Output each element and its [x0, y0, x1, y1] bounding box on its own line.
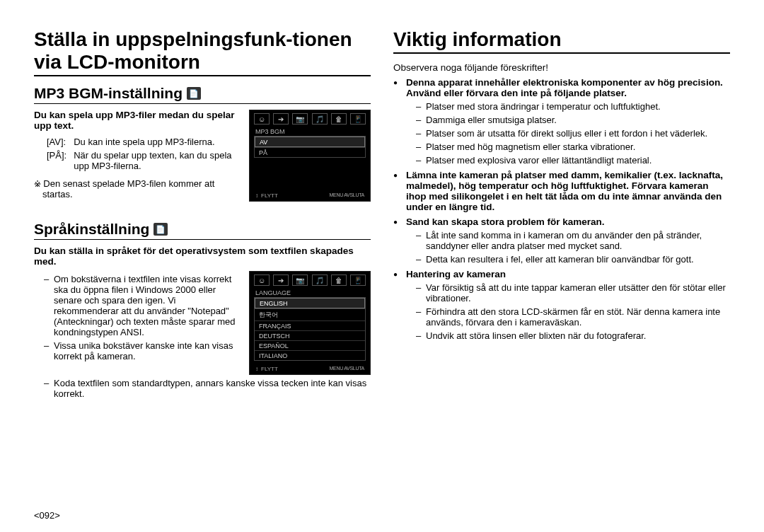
screen-menu-title: LANGUAGE: [253, 289, 367, 297]
warning-sub: Platser med stora ändringar i temperatur…: [416, 101, 730, 112]
warning-sub: Låt inte sand komma in i kameran om du a…: [416, 230, 730, 251]
right-title: Viktig information: [393, 28, 730, 54]
tab-icon: 🎵: [312, 113, 328, 125]
warning-head: Lämna inte kameran på platser med damm, …: [406, 170, 723, 212]
tab-icon: 🎵: [312, 274, 328, 286]
lang-heading-text: Språkinställning: [34, 221, 149, 238]
footer-move: FLYTT: [255, 366, 278, 372]
menu-item: PÅ: [255, 147, 365, 157]
mp3-lead: Du kan spela upp MP3-filer medan du spel…: [34, 110, 242, 131]
mp3-heading: MP3 BGM-inställning 📄: [34, 85, 371, 104]
warning-sub: Platser med hög magnetism eller starka v…: [416, 141, 730, 152]
tab-icon: 📱: [350, 113, 366, 125]
screen-menu-list: AV PÅ: [254, 136, 366, 158]
screen-menu-title: MP3 BGM: [253, 127, 367, 136]
warning-item: Hantering av kameran Var försiktig så at…: [393, 269, 730, 341]
tab-icon: 📱: [350, 274, 366, 286]
footer-move: FLYTT: [255, 192, 278, 199]
footer-exit: MENU AVSLUTA: [330, 192, 364, 199]
lang-notes: Om bokstäverna i textfilen inte visas ko…: [44, 274, 242, 362]
tab-icon: ☺: [254, 113, 270, 125]
warning-item: Lämna inte kameran på platser med damm, …: [393, 170, 730, 212]
screen-footer: FLYTT MENU AVSLUTA: [253, 190, 367, 200]
screen-tabs: ☺ ➔ 📷 🎵 🗑 📱: [253, 113, 367, 127]
warning-item: Sand kan skapa stora problem för kameran…: [393, 216, 730, 265]
warning-sub: Förhindra att den stora LCD-skärmen får …: [416, 306, 730, 328]
warning-sub: Platser som är utsatta för direkt sollju…: [416, 128, 730, 139]
tab-icon: 📷: [292, 274, 308, 286]
warning-head: Hantering av kameran: [406, 269, 506, 279]
lang-note-item: Vissa unika bokstäver kanske inte kan vi…: [44, 340, 242, 362]
mp3-option-key: [AV]:: [47, 137, 72, 149]
sheet-icon: 📄: [154, 223, 168, 236]
menu-item: FRANÇAIS: [255, 320, 365, 330]
warning-head: Sand kan skapa stora problem för kameran…: [406, 216, 605, 227]
tab-icon: ☺: [254, 274, 270, 286]
mp3-option-key: [PÅ]:: [47, 150, 72, 173]
lcd-screenshot-mp3: ☺ ➔ 📷 🎵 🗑 📱 MP3 BGM AV PÅ FLYTT MENU AVS…: [249, 110, 371, 202]
mp3-option-val: Du kan inte spela upp MP3-filerna.: [74, 137, 241, 149]
mp3-option-val: När du spelar upp texten, kan du spela u…: [74, 150, 241, 173]
lang-note-item: Om bokstäverna i textfilen inte visas ko…: [44, 274, 242, 337]
left-title: Ställa in uppspelningsfunk-tionen via LC…: [34, 28, 371, 76]
tab-icon: ➔: [273, 113, 289, 125]
page-number: <092>: [34, 510, 60, 521]
warning-sub: Detta kan resultera i fel, eller att kam…: [416, 254, 730, 265]
warning-sub: Platser med explosiva varor eller lättan…: [416, 155, 730, 166]
menu-item: ENGLISH: [255, 298, 365, 308]
right-intro: Observera noga följande föreskrifter!: [393, 62, 730, 73]
warning-item: Denna apparat innehåller elektroniska ko…: [393, 77, 730, 166]
warning-head: Denna apparat innehåller elektroniska ko…: [406, 77, 723, 98]
sheet-icon: 📄: [187, 87, 201, 100]
warning-sub: Undvik att störa linsen eller blixten nä…: [416, 330, 730, 341]
lang-notes-continued: Koda textfilen som standardtypen, annars…: [44, 378, 371, 399]
menu-item: ITALIANO: [255, 350, 365, 360]
lang-note-item: Koda textfilen som standardtypen, annars…: [44, 378, 371, 399]
warning-sub: Dammiga eller smutsiga platser.: [416, 115, 730, 125]
tab-icon: ➔: [273, 274, 289, 286]
mp3-note: Den senast spelade MP3-filen kommer att …: [34, 178, 242, 200]
lang-lead: Du kan ställa in språket för det operati…: [34, 245, 371, 267]
lcd-screenshot-lang: ☺ ➔ 📷 🎵 🗑 📱 LANGUAGE ENGLISH 한국어 FRANÇAI…: [249, 271, 371, 375]
menu-item: 한국어: [255, 308, 365, 320]
tab-icon: 📷: [292, 113, 308, 125]
screen-footer: FLYTT MENU AVSLUTA: [253, 364, 367, 373]
mp3-options-table: [AV]: Du kan inte spela upp MP3-filerna.…: [45, 135, 242, 174]
menu-item: ESPAÑOL: [255, 340, 365, 350]
warning-sub: Var försiktig så att du inte tappar kame…: [416, 282, 730, 303]
screen-tabs: ☺ ➔ 📷 🎵 🗑 📱: [253, 274, 367, 289]
lang-heading: Språkinställning 📄: [34, 221, 371, 240]
screen-menu-list: ENGLISH 한국어 FRANÇAIS DEUTSCH ESPAÑOL ITA…: [254, 297, 366, 361]
footer-exit: MENU AVSLUTA: [330, 366, 364, 372]
warnings-list: Denna apparat innehåller elektroniska ko…: [393, 77, 730, 341]
tab-icon: 🗑: [331, 113, 347, 125]
tab-icon: 🗑: [331, 274, 347, 286]
menu-item: DEUTSCH: [255, 330, 365, 340]
mp3-heading-text: MP3 BGM-inställning: [34, 85, 183, 102]
menu-item: AV: [255, 137, 365, 147]
